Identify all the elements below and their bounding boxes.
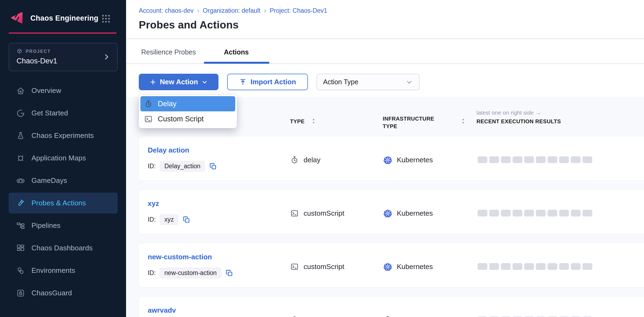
progress-icon [16, 109, 25, 118]
sidebar-item-chaos-experiments[interactable]: Chaos Experiments [9, 125, 118, 146]
sidebar-item-chaos-dashboards[interactable]: Chaos Dashboards [9, 238, 118, 258]
sidebar: Chaos Engineering PROJECT Chaos-Dev1 Ove… [0, 0, 126, 317]
page-title: Probes and Actions [139, 19, 239, 31]
active-tab-underline [204, 62, 269, 64]
home-icon [16, 86, 25, 95]
copy-icon[interactable] [182, 216, 191, 224]
plus-icon [149, 79, 156, 86]
action-id-chip: xyz [160, 214, 178, 225]
type-cell: customScript [290, 209, 344, 218]
breadcrumb-link[interactable]: Organization: default [203, 7, 260, 14]
column-header-infrastructure: INFRASTRUCTURE TYPE [383, 115, 441, 130]
new-action-button[interactable]: New Action [139, 74, 218, 90]
chevron-down-icon [201, 79, 208, 85]
menu-item-custom-script[interactable]: Custom Script [140, 111, 235, 127]
accent-divider [9, 33, 117, 34]
sidebar-item-overview[interactable]: Overview [9, 80, 118, 101]
project-name: Chaos-Dev1 [17, 57, 57, 65]
dashboard-icon [16, 244, 25, 253]
copy-icon[interactable] [225, 269, 233, 277]
terminal-icon [290, 262, 299, 271]
sidebar-item-environments[interactable]: Environments [9, 260, 118, 281]
kubernetes-icon [383, 156, 392, 164]
main-content: Account: chaos-dev›Organization: default… [126, 0, 644, 317]
type-value: delay [304, 316, 320, 317]
action-name-link[interactable]: Delay action [148, 146, 189, 154]
execution-result-placeholder [513, 210, 522, 216]
sidebar-item-get-started[interactable]: Get Started [9, 103, 118, 124]
target-icon [16, 154, 25, 163]
execution-result-placeholder [536, 263, 546, 270]
action-name-link[interactable]: awrvadv [148, 306, 176, 315]
execution-result-placeholder [524, 156, 534, 163]
copy-icon[interactable] [209, 162, 217, 170]
sidebar-item-application-maps[interactable]: Application Maps [9, 148, 118, 169]
type-value: customScript [304, 263, 344, 271]
probe-icon [16, 199, 25, 208]
infrastructure-cell: Kubernetes [383, 262, 433, 271]
id-label: ID: [148, 163, 156, 170]
execution-result-placeholder [548, 156, 557, 163]
id-label: ID: [148, 216, 156, 223]
sidebar-item-gamedays[interactable]: GameDays [9, 170, 118, 191]
action-name-link[interactable]: new-custom-action [148, 253, 212, 261]
execution-result-placeholder [536, 210, 546, 216]
sort-icon[interactable] [311, 118, 317, 125]
execution-result-placeholder [501, 263, 511, 270]
harness-logo-icon[interactable] [9, 10, 24, 25]
table-row[interactable]: Delay action ID: Delay_action delay Kube… [139, 136, 644, 180]
id-label: ID: [148, 269, 156, 277]
sidebar-item-pipelines[interactable]: Pipelines [9, 215, 118, 236]
sort-icon[interactable] [460, 118, 466, 125]
action-name-link[interactable]: xyz [148, 199, 159, 208]
breadcrumb-separator: › [197, 7, 199, 15]
breadcrumb: Account: chaos-dev›Organization: default… [139, 7, 327, 15]
table-row[interactable]: new-custom-action ID: new-custom-action … [139, 243, 644, 287]
linux-icon [383, 316, 392, 317]
execution-result-placeholder [559, 156, 569, 163]
action-id-row: ID: new-custom-action [148, 267, 233, 279]
column-header-recent-results: RECENT EXECUTION RESULTS [476, 118, 561, 125]
table-row[interactable]: awrvadv ID: delay Linux [139, 296, 644, 317]
breadcrumb-link[interactable]: Project: Chaos-Dev1 [270, 7, 327, 14]
breadcrumb-separator: › [264, 7, 266, 15]
recent-execution-results [478, 156, 592, 163]
execution-result-placeholder [478, 210, 487, 216]
execution-result-placeholder [582, 156, 592, 163]
chevron-down-icon [405, 78, 413, 86]
new-action-dropdown-menu: DelayCustom Script [139, 95, 237, 128]
menu-item-delay[interactable]: Delay [140, 96, 235, 111]
new-action-label: New Action [160, 78, 198, 86]
action-type-select[interactable]: Action Type [317, 74, 420, 90]
execution-result-placeholder [571, 210, 581, 216]
sidebar-item-label: Chaos Dashboards [31, 244, 93, 252]
import-icon [239, 78, 247, 86]
import-action-button[interactable]: Import Action [227, 74, 308, 90]
infrastructure-cell: Kubernetes [383, 156, 433, 164]
infrastructure-value: Kubernetes [397, 209, 433, 218]
tab-resilience-probes[interactable]: Resilience Probes [141, 48, 196, 56]
action-id-row: ID: xyz [148, 214, 191, 225]
tab-actions[interactable]: Actions [224, 48, 249, 56]
sidebar-nav: OverviewGet StartedChaos ExperimentsAppl… [9, 80, 118, 303]
sidebar-item-probes-actions[interactable]: Probes & Actions [9, 193, 118, 214]
sidebar-item-label: Pipelines [31, 221, 60, 230]
sidebar-item-label: Probes & Actions [31, 199, 86, 207]
project-selector[interactable]: PROJECT Chaos-Dev1 [9, 43, 118, 71]
app-switcher-grid-icon[interactable] [101, 14, 111, 24]
flask-icon [16, 131, 25, 140]
terminal-icon [290, 209, 299, 218]
breadcrumb-link[interactable]: Account: chaos-dev [139, 7, 194, 14]
execution-result-placeholder [513, 263, 522, 270]
stopwatch-icon [290, 156, 299, 164]
infrastructure-cell: Kubernetes [383, 209, 433, 218]
table-row[interactable]: xyz ID: xyz customScript Kubernetes [139, 190, 644, 234]
actions-table: TYPE INFRASTRUCTURE TYPE latest one on r… [126, 97, 644, 317]
sidebar-item-chaosguard[interactable]: ChaosGuard [9, 283, 118, 303]
execution-result-placeholder [524, 210, 534, 216]
menu-item-label: Delay [158, 100, 176, 108]
chaos-engineering-app: { "app": { "title": "Chaos Engineering" … [0, 0, 644, 317]
type-cell: customScript [290, 262, 344, 271]
lock-icon [16, 289, 25, 298]
type-cell: delay [290, 156, 320, 164]
